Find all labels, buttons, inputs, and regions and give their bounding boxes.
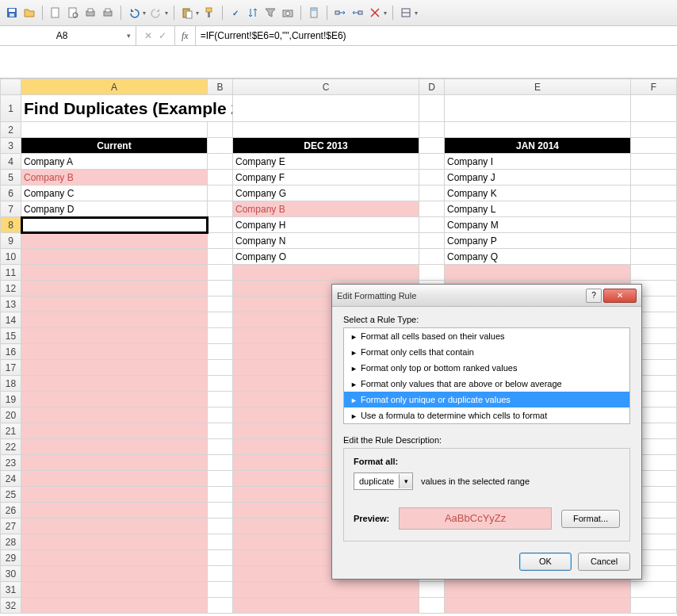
row-header[interactable]: 20	[1, 407, 21, 423]
row-header[interactable]: 6	[1, 186, 21, 201]
row-header[interactable]: 24	[1, 471, 21, 487]
close-button[interactable]: ✕	[603, 289, 637, 303]
fx-label[interactable]: fx	[175, 26, 196, 45]
col-header[interactable]: A	[21, 79, 208, 95]
cell[interactable]: Company M	[445, 217, 631, 233]
cancel-button[interactable]: Cancel	[578, 553, 630, 571]
row-header[interactable]: 17	[1, 360, 21, 376]
row-header[interactable]: 11	[1, 265, 21, 281]
cell[interactable]: Company E	[233, 154, 419, 170]
filter-icon[interactable]	[263, 6, 277, 20]
row-header[interactable]: 16	[1, 344, 21, 360]
cell[interactable]: Company J	[445, 170, 631, 186]
group-icon[interactable]	[399, 6, 413, 20]
open-icon[interactable]	[22, 6, 36, 20]
cell[interactable]: Company D	[21, 201, 208, 217]
col-header[interactable]: B	[208, 79, 233, 95]
row-header[interactable]: 25	[1, 487, 21, 503]
trace-precedents-icon[interactable]	[333, 6, 347, 20]
trace-dependents-icon[interactable]	[350, 6, 365, 20]
cell[interactable]: Company F	[233, 170, 419, 186]
cell[interactable]: Company I	[445, 154, 631, 170]
row-header[interactable]: 23	[1, 455, 21, 471]
dialog-titlebar[interactable]: Edit Formatting Rule ? ✕	[332, 285, 641, 307]
row-header[interactable]: 30	[1, 566, 21, 582]
redo-icon[interactable]	[149, 6, 163, 20]
print-icon[interactable]	[83, 6, 98, 20]
row-header[interactable]: 9	[1, 233, 21, 249]
row-header[interactable]: 18	[1, 376, 21, 392]
cell[interactable]: Company K	[445, 186, 631, 201]
cell[interactable]: Company N	[233, 233, 419, 249]
cell[interactable]: Company B	[233, 201, 419, 217]
quick-print-icon[interactable]	[101, 6, 115, 20]
row-header[interactable]: 19	[1, 392, 21, 407]
rule-type-item[interactable]: ►Use a formula to determine which cells …	[344, 407, 629, 423]
title-cell[interactable]: Find Duplicates (Example 2)	[21, 95, 233, 122]
new-icon[interactable]	[48, 6, 63, 20]
cell[interactable]	[21, 233, 208, 249]
cell[interactable]: Company O	[233, 249, 419, 265]
row-header[interactable]: 15	[1, 328, 21, 344]
rule-type-item[interactable]: ►Format only cells that contain	[344, 344, 629, 360]
row-header[interactable]: 26	[1, 503, 21, 518]
remove-arrows-icon[interactable]	[368, 6, 382, 20]
row-header[interactable]: 7	[1, 201, 21, 217]
cell[interactable]: Company H	[233, 217, 419, 233]
undo-dropdown-icon[interactable]: ▾	[143, 10, 146, 17]
select-all-corner[interactable]	[1, 79, 21, 95]
cell[interactable]: Company B	[21, 170, 208, 186]
cell[interactable]: Company Q	[445, 249, 631, 265]
undo-icon[interactable]	[127, 6, 141, 20]
col-header[interactable]: E	[445, 79, 631, 95]
row-header[interactable]: 22	[1, 439, 21, 455]
section-header[interactable]: Current	[21, 138, 208, 154]
cell[interactable]: Company G	[233, 186, 419, 201]
row-header[interactable]: 1	[1, 95, 21, 122]
section-header[interactable]: JAN 2014	[445, 138, 631, 154]
row-header[interactable]: 29	[1, 550, 21, 566]
rule-type-list[interactable]: ►Format all cells based on their values …	[343, 327, 630, 424]
row-header[interactable]: 32	[1, 598, 21, 614]
name-box-dropdown-icon[interactable]: ▾	[124, 32, 134, 40]
section-header[interactable]: DEC 2013	[233, 138, 419, 154]
row-header[interactable]: 10	[1, 249, 21, 265]
cell[interactable]: Company L	[445, 201, 631, 217]
row-header[interactable]: 8	[1, 217, 21, 233]
cell[interactable]: Company A	[21, 154, 208, 170]
camera-icon[interactable]	[281, 6, 295, 20]
cell[interactable]	[21, 249, 208, 265]
row-header[interactable]: 13	[1, 297, 21, 312]
ok-button[interactable]: OK	[519, 553, 572, 571]
row-header[interactable]: 12	[1, 281, 21, 297]
cell-selected[interactable]	[21, 217, 208, 233]
format-painter-icon[interactable]	[202, 6, 216, 20]
format-button[interactable]: Format...	[561, 510, 620, 528]
row-header[interactable]: 14	[1, 312, 21, 328]
chevron-down-icon[interactable]: ▾	[399, 474, 412, 488]
print-preview-icon[interactable]	[66, 6, 80, 20]
row-header[interactable]: 2	[1, 122, 21, 138]
redo-dropdown-icon[interactable]: ▾	[165, 10, 168, 17]
rule-type-item[interactable]: ►Format only top or bottom ranked values	[344, 360, 629, 376]
col-header[interactable]: F	[631, 79, 677, 95]
col-header[interactable]: C	[233, 79, 419, 95]
row-header[interactable]: 28	[1, 534, 21, 550]
calculator-icon[interactable]	[307, 6, 321, 20]
rule-type-item-selected[interactable]: ►Format only unique or duplicate values	[344, 392, 629, 407]
row-header[interactable]: 4	[1, 154, 21, 170]
spellcheck-icon[interactable]: ✓	[228, 6, 243, 20]
rule-type-item[interactable]: ►Format all cells based on their values	[344, 328, 629, 344]
formula-input[interactable]	[196, 30, 677, 41]
duplicate-unique-select[interactable]: duplicate ▾	[354, 473, 413, 490]
help-button[interactable]: ?	[586, 289, 602, 303]
rule-type-item[interactable]: ►Format only values that are above or be…	[344, 376, 629, 392]
name-box[interactable]	[0, 26, 124, 45]
save-icon[interactable]	[5, 6, 19, 20]
row-header[interactable]: 5	[1, 170, 21, 186]
row-header[interactable]: 27	[1, 518, 21, 534]
cell[interactable]: Company C	[21, 186, 208, 201]
col-header[interactable]: D	[419, 79, 445, 95]
row-header[interactable]: 31	[1, 582, 21, 598]
row-header[interactable]: 3	[1, 138, 21, 154]
